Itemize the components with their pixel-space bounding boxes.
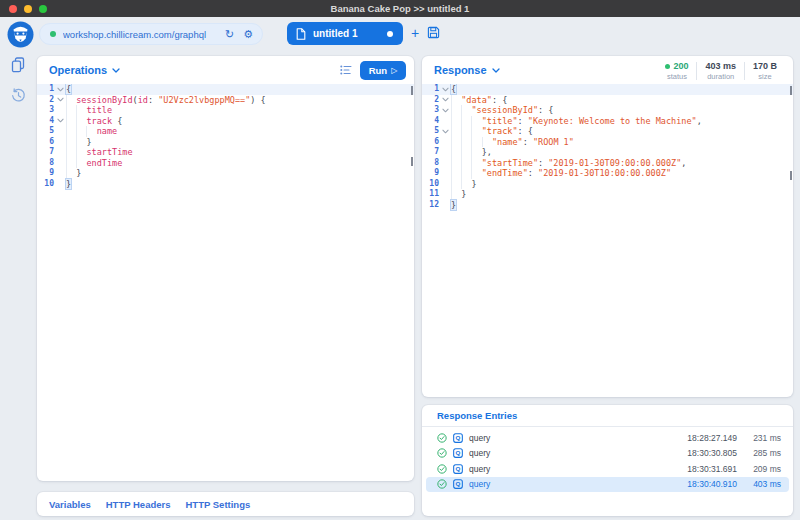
indent-guide bbox=[461, 179, 471, 190]
code-line[interactable]: 5name bbox=[37, 126, 414, 137]
code-line[interactable]: 7startTime bbox=[37, 147, 414, 158]
code-line[interactable]: 7}, bbox=[422, 147, 793, 158]
code-line[interactable]: 1{ bbox=[37, 84, 414, 95]
entry-timestamp: 18:28:27.149 bbox=[665, 433, 737, 443]
response-entries-header: Response Entries bbox=[422, 405, 793, 427]
macos-titlebar: Banana Cake Pop >> untitled 1 bbox=[0, 0, 800, 17]
code-line[interactable]: 2sessionById(id: "U2Vzc2lvbgppMQ==") { bbox=[37, 95, 414, 106]
fold-spacer bbox=[439, 158, 451, 169]
fold-spacer bbox=[439, 147, 451, 158]
indent-guide bbox=[76, 126, 86, 137]
code-line[interactable]: 12} bbox=[422, 200, 793, 211]
code-token: startTime bbox=[86, 147, 132, 157]
code-line[interactable]: 5"track": { bbox=[422, 126, 793, 137]
documents-icon[interactable] bbox=[0, 50, 36, 80]
code-token: { bbox=[112, 116, 122, 126]
entry-timestamp: 18:30:30.805 bbox=[665, 448, 737, 458]
tab-variables[interactable]: Variables bbox=[49, 499, 91, 510]
line-number: 1 bbox=[37, 84, 54, 95]
fold-spacer bbox=[439, 179, 451, 190]
fold-chevron-icon[interactable] bbox=[54, 95, 66, 106]
response-entries-panel: Response Entries Qquery18:28:27.149231 m… bbox=[422, 405, 793, 516]
chillicream-logo[interactable] bbox=[7, 21, 34, 48]
response-entry-row[interactable]: Qquery18:30:40.910403 ms bbox=[426, 477, 789, 493]
play-icon: ▷ bbox=[391, 66, 397, 75]
entry-label: query bbox=[469, 433, 665, 443]
code-line[interactable]: 4"title": "Keynote: Welcome to the Machi… bbox=[422, 116, 793, 127]
indent-guide bbox=[461, 126, 471, 137]
code-line[interactable]: 4track { bbox=[37, 116, 414, 127]
zoom-window-button[interactable] bbox=[39, 5, 47, 13]
fold-chevron-icon[interactable] bbox=[439, 95, 451, 106]
code-line[interactable]: 11} bbox=[422, 189, 793, 200]
fold-spacer bbox=[54, 168, 66, 179]
code-token: id bbox=[138, 95, 148, 105]
code-line[interactable]: 9"endTime": "2019-01-30T10:00:00.000Z" bbox=[422, 168, 793, 179]
indent-guide bbox=[451, 105, 461, 116]
save-document-button[interactable] bbox=[427, 26, 440, 39]
fold-chevron-icon[interactable] bbox=[439, 84, 451, 95]
code-token: sessionById bbox=[76, 95, 132, 105]
fold-chevron-icon[interactable] bbox=[439, 105, 451, 116]
tab-http-headers[interactable]: HTTP Headers bbox=[106, 499, 171, 510]
code-token: : { bbox=[538, 105, 553, 115]
code-token: } bbox=[461, 189, 466, 199]
operations-editor[interactable]: 1{2sessionById(id: "U2Vzc2lvbgppMQ==") {… bbox=[37, 84, 414, 479]
fold-chevron-icon[interactable] bbox=[54, 116, 66, 127]
code-token: "track" bbox=[482, 126, 518, 136]
schema-endpoint-input[interactable]: workshop.chillicream.com/graphql ↻ ⚙ bbox=[39, 23, 263, 45]
code-token: , bbox=[697, 116, 702, 126]
code-line[interactable]: 3title bbox=[37, 105, 414, 116]
code-line[interactable]: 10} bbox=[37, 179, 414, 190]
code-line[interactable]: 8"startTime": "2019-01-30T09:00:00.000Z"… bbox=[422, 158, 793, 169]
code-line[interactable]: 2"data": { bbox=[422, 95, 793, 106]
indent-guide bbox=[451, 179, 461, 190]
traffic-lights bbox=[9, 5, 47, 13]
endpoint-url[interactable]: workshop.chillicream.com/graphql bbox=[63, 29, 225, 40]
close-window-button[interactable] bbox=[9, 5, 17, 13]
indent-guide bbox=[66, 105, 76, 116]
line-number: 6 bbox=[37, 137, 54, 148]
indent-guide bbox=[471, 126, 481, 137]
indent-guide bbox=[461, 116, 471, 127]
response-entry-row[interactable]: Qquery18:30:30.805285 ms bbox=[426, 446, 789, 462]
document-tab-untitled-1[interactable]: untitled 1 bbox=[287, 22, 403, 45]
tab-http-settings[interactable]: HTTP Settings bbox=[186, 499, 251, 510]
run-button[interactable]: Run ▷ bbox=[360, 61, 406, 80]
response-editor[interactable]: 1{2"data": {3"sessionById": {4"title": "… bbox=[422, 84, 793, 395]
fold-chevron-icon[interactable] bbox=[439, 126, 451, 137]
code-line[interactable]: 8endTime bbox=[37, 158, 414, 169]
code-line[interactable]: 10} bbox=[422, 179, 793, 190]
line-number: 2 bbox=[37, 95, 54, 106]
fold-chevron-icon[interactable] bbox=[54, 84, 66, 95]
fold-spacer bbox=[439, 200, 451, 211]
indent-guide bbox=[451, 116, 461, 127]
new-tab-button[interactable]: + bbox=[407, 24, 423, 42]
operations-title-dropdown[interactable]: Operations bbox=[49, 64, 120, 76]
code-line[interactable]: 3"sessionById": { bbox=[422, 105, 793, 116]
code-line[interactable]: 6} bbox=[37, 137, 414, 148]
indent-guide bbox=[471, 158, 481, 169]
indent-guide bbox=[461, 158, 471, 169]
entry-duration: 209 ms bbox=[737, 464, 781, 474]
indent-guide bbox=[461, 168, 471, 179]
line-number: 7 bbox=[422, 147, 439, 158]
query-type-icon: Q bbox=[453, 464, 463, 474]
entry-label: query bbox=[469, 464, 665, 474]
indent-guide bbox=[66, 126, 76, 137]
code-token: } bbox=[451, 200, 456, 210]
code-line[interactable]: 1{ bbox=[422, 84, 793, 95]
response-entry-row[interactable]: Qquery18:28:27.149231 ms bbox=[426, 430, 789, 446]
code-line[interactable]: 6"name": "ROOM 1" bbox=[422, 137, 793, 148]
format-document-icon[interactable] bbox=[340, 65, 352, 75]
response-title-dropdown[interactable]: Response bbox=[434, 64, 500, 76]
response-entry-row[interactable]: Qquery18:30:31.691209 ms bbox=[426, 461, 789, 477]
history-icon[interactable] bbox=[0, 80, 36, 110]
status-dot bbox=[665, 64, 670, 69]
code-line[interactable]: 9} bbox=[37, 168, 414, 179]
refresh-schema-icon[interactable]: ↻ bbox=[225, 29, 234, 40]
connection-settings-gear-icon[interactable]: ⚙ bbox=[243, 29, 253, 40]
code-token: name bbox=[97, 126, 117, 136]
code-token: "endTime" bbox=[482, 168, 528, 178]
minimize-window-button[interactable] bbox=[24, 5, 32, 13]
